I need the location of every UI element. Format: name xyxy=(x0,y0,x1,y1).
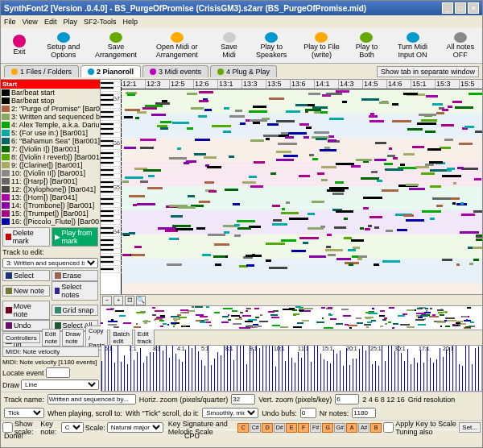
midi-note[interactable] xyxy=(385,168,403,171)
bottom-tab-edit-note[interactable]: Edit note xyxy=(42,329,61,346)
midi-note[interactable] xyxy=(448,106,452,108)
midi-note[interactable] xyxy=(237,220,254,222)
midi-note[interactable] xyxy=(351,165,361,168)
keysig-key-A[interactable]: A xyxy=(346,423,357,433)
velocity-bar[interactable] xyxy=(324,359,324,391)
midi-note[interactable] xyxy=(129,195,145,197)
track-row[interactable]: 9: ([Clarinet]) [Bar001] xyxy=(1,161,100,169)
keysig-key-D[interactable]: D xyxy=(262,423,273,433)
midi-note[interactable] xyxy=(147,187,163,189)
piano-key[interactable] xyxy=(101,215,114,218)
velocity-bar[interactable] xyxy=(330,363,331,391)
midi-note[interactable] xyxy=(348,249,355,251)
tab--pianoroll[interactable]: 2 Pianoroll xyxy=(80,65,141,77)
toolbar-open-midi-or-arrangement[interactable]: Open Midi or Arrangement xyxy=(143,30,211,62)
piano-key[interactable] xyxy=(101,239,114,242)
midi-note[interactable] xyxy=(363,197,382,199)
midi-note[interactable] xyxy=(278,143,297,145)
velocity-bar[interactable] xyxy=(440,348,440,391)
midi-note[interactable] xyxy=(386,230,393,232)
locate-event-input[interactable] xyxy=(46,367,70,378)
midi-note[interactable] xyxy=(137,111,146,114)
velocity-bar[interactable] xyxy=(250,345,250,391)
velocity-bar[interactable] xyxy=(433,363,434,391)
menu-help[interactable]: Help xyxy=(122,18,138,26)
velocity-bar[interactable] xyxy=(111,345,112,391)
midi-note[interactable] xyxy=(124,147,136,149)
midi-note[interactable] xyxy=(283,155,299,157)
toolbar-all-notes-off[interactable]: All notes OFF xyxy=(440,30,481,62)
maximize-button[interactable]: □ xyxy=(455,2,466,14)
midi-note[interactable] xyxy=(417,122,436,125)
midi-note[interactable] xyxy=(336,258,351,260)
midi-note[interactable] xyxy=(432,103,443,106)
piano-key[interactable] xyxy=(101,232,114,234)
menu-edit[interactable]: Edit xyxy=(44,18,57,26)
new-note-button[interactable]: New note xyxy=(2,285,50,297)
scale-select[interactable]: Natural major xyxy=(107,422,163,433)
velocity-bar[interactable] xyxy=(279,345,279,391)
velocity-mode-button[interactable]: MIDI: Note velocity xyxy=(2,346,99,357)
velocity-bar[interactable] xyxy=(411,364,411,391)
midi-note[interactable] xyxy=(369,115,378,118)
midi-note[interactable] xyxy=(382,260,400,263)
midi-note[interactable] xyxy=(240,122,245,125)
midi-note[interactable] xyxy=(461,168,478,170)
midi-note[interactable] xyxy=(344,218,349,220)
midi-note[interactable] xyxy=(133,204,137,206)
velocity-bar[interactable] xyxy=(336,354,337,391)
velocity-bar[interactable] xyxy=(407,349,408,391)
midi-note[interactable] xyxy=(397,229,407,231)
midi-note[interactable] xyxy=(412,146,424,148)
zoom-in-button[interactable]: + xyxy=(114,296,123,305)
velocity-bar[interactable] xyxy=(159,345,160,391)
midi-note[interactable] xyxy=(267,123,279,126)
midi-note[interactable] xyxy=(392,103,399,106)
midi-note[interactable] xyxy=(469,263,473,265)
track-row[interactable]: 2: "Purge of Promise" [Bar0 xyxy=(1,105,100,113)
track-row[interactable]: 15: ([Trumpet]) [Bar001] xyxy=(1,209,100,218)
midi-note[interactable] xyxy=(224,107,229,110)
velocity-bar[interactable] xyxy=(140,348,141,391)
velocity-bar[interactable] xyxy=(256,345,257,391)
velocity-bar[interactable] xyxy=(449,347,450,391)
midi-note[interactable] xyxy=(175,228,193,230)
midi-note[interactable] xyxy=(392,120,411,122)
midi-note[interactable] xyxy=(124,116,134,118)
midi-note[interactable] xyxy=(469,93,482,95)
velocity-bar[interactable] xyxy=(320,354,321,391)
velocity-bar[interactable] xyxy=(398,345,398,391)
piano-key[interactable] xyxy=(101,249,114,251)
midi-note[interactable] xyxy=(250,185,263,188)
midi-note[interactable] xyxy=(329,118,344,120)
velocity-bar[interactable] xyxy=(391,345,392,391)
midi-note[interactable] xyxy=(194,153,206,156)
keysig-key-G[interactable]: G xyxy=(322,423,333,433)
delete-mark-button[interactable]: Delete mark xyxy=(2,227,50,247)
select-notes-button[interactable]: Select notes xyxy=(52,281,99,301)
velocity-bar[interactable] xyxy=(214,359,215,391)
velocity-bar[interactable] xyxy=(179,359,180,391)
piano-key[interactable] xyxy=(101,169,114,172)
midi-note[interactable] xyxy=(306,127,312,129)
toolbar-play-to-file-write-[interactable]: Play to File (write) xyxy=(297,30,347,62)
grid-select[interactable]: Tick xyxy=(4,408,44,418)
velocity-bar[interactable] xyxy=(301,358,302,391)
piano-key[interactable] xyxy=(101,271,122,273)
midi-note[interactable] xyxy=(250,139,264,142)
velocity-bar[interactable] xyxy=(436,359,437,391)
midi-note[interactable] xyxy=(135,117,139,119)
piano-key[interactable] xyxy=(101,82,114,85)
midi-note[interactable] xyxy=(204,109,212,111)
midi-note[interactable] xyxy=(427,148,441,151)
velocity-bar[interactable] xyxy=(169,358,170,391)
midi-note[interactable] xyxy=(476,239,482,241)
midi-note[interactable] xyxy=(473,247,482,249)
velocity-bar[interactable] xyxy=(343,366,344,391)
velocity-bar[interactable] xyxy=(198,351,199,391)
midi-note[interactable] xyxy=(291,250,306,252)
midi-note[interactable] xyxy=(409,188,425,190)
midi-note[interactable] xyxy=(191,107,204,110)
menu-play[interactable]: Play xyxy=(63,18,77,26)
piano-key[interactable] xyxy=(101,123,114,126)
